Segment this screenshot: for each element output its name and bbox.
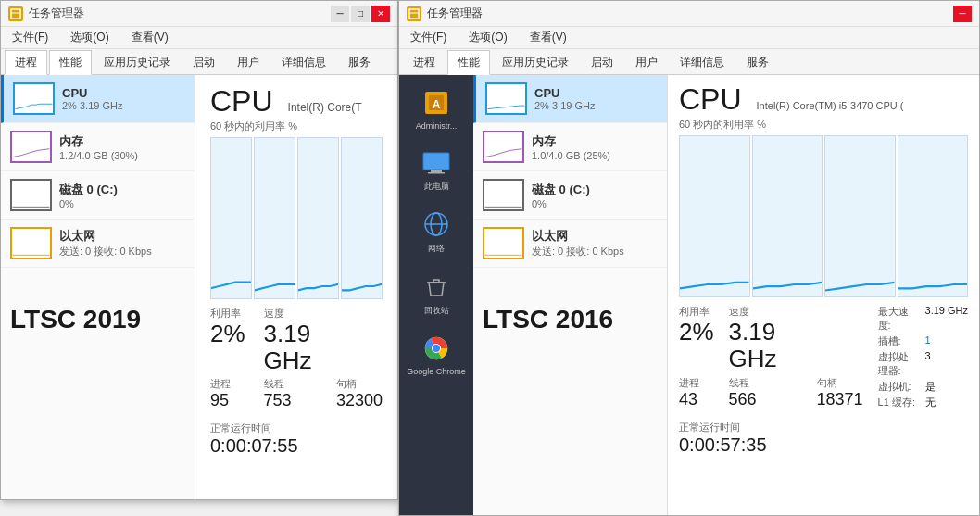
net-thumb-right: [483, 227, 524, 259]
left-cpu-graph-0: [210, 137, 252, 299]
right-main-panel: CPU Intel(R) Core(TM) i5-3470 CPU ( 60 秒…: [668, 75, 979, 515]
right-window-icon: [407, 6, 421, 21]
sidebar-item-mem-left[interactable]: 内存 1.2/4.0 GB (30%): [1, 123, 195, 171]
tab-history-left[interactable]: 应用历史记录: [94, 50, 181, 74]
sidebar-net-title-left: 以太网: [59, 228, 152, 245]
menu-file-right[interactable]: 文件(F): [407, 28, 450, 47]
tab-services-left[interactable]: 服务: [338, 50, 381, 74]
max-speed-value: 3.19 GHz: [925, 305, 968, 333]
minimize-button[interactable]: ─: [331, 6, 349, 22]
sidebar-mem-title-right: 内存: [532, 133, 610, 150]
sidebar-disk-title-right: 磁盘 0 (C:): [532, 182, 590, 198]
left-panel-subtitle: Intel(R) Core(T: [288, 101, 362, 114]
tab-perf-left[interactable]: 性能: [49, 50, 92, 75]
right-window-title: 任务管理器: [427, 6, 948, 21]
vm-label: 虚拟机:: [878, 380, 918, 394]
left-window: 任务管理器 ─ □ ✕ 文件(F) 选项(O) 查看(V) 进程 性能 应用历史…: [0, 0, 398, 500]
tab-process-left[interactable]: 进程: [5, 50, 47, 75]
mem-thumb-left: [10, 131, 52, 163]
menu-options-left[interactable]: 选项(O): [67, 28, 112, 47]
right-title-bar: 任务管理器 ─: [399, 1, 979, 27]
svg-rect-22: [753, 136, 823, 296]
dark-sidebar-network[interactable]: 网络: [399, 200, 473, 262]
menu-view-left[interactable]: 查看(V): [128, 28, 172, 47]
left-proc-value: 95: [210, 391, 245, 410]
svg-rect-4: [298, 138, 338, 298]
svg-rect-5: [342, 138, 382, 298]
ltsc-2019-label: LTSC 2019: [10, 305, 185, 334]
left-thread-label: 线程: [264, 377, 318, 391]
chrome-label: Google Chrome: [407, 367, 466, 376]
svg-rect-21: [680, 136, 749, 296]
menu-file-left[interactable]: 文件(F): [8, 28, 52, 47]
tab-process-right[interactable]: 进程: [403, 50, 446, 74]
tab-users-right[interactable]: 用户: [625, 50, 668, 74]
dark-sidebar-chrome[interactable]: Google Chrome: [399, 324, 473, 384]
close-button[interactable]: ✕: [371, 6, 390, 22]
right-tab-bar: 进程 性能 应用历史记录 启动 用户 详细信息 服务: [399, 49, 979, 75]
svg-rect-24: [898, 136, 968, 296]
tab-startup-left[interactable]: 启动: [182, 50, 225, 74]
dark-sidebar-administrator[interactable]: A Administr...: [399, 79, 473, 138]
sidebar-cpu-title-left: CPU: [62, 86, 122, 100]
dark-sidebar-recycle[interactable]: 回收站: [399, 262, 473, 324]
left-tab-bar: 进程 性能 应用历史记录 启动 用户 详细信息 服务: [1, 49, 397, 75]
sidebar-item-net-left[interactable]: 以太网 发送: 0 接收: 0 Kbps: [1, 220, 195, 268]
sidebar-item-net-right[interactable]: 以太网 发送: 0 接收: 0 Kbps: [473, 220, 667, 268]
right-cpu-graph-1: [752, 135, 823, 297]
maximize-button[interactable]: □: [351, 6, 370, 22]
tab-perf-right[interactable]: 性能: [447, 50, 490, 75]
tab-details-left[interactable]: 详细信息: [271, 50, 336, 74]
left-window-icon: [8, 6, 23, 21]
tab-details-right[interactable]: 详细信息: [670, 50, 735, 74]
disk-thumb-left: [10, 179, 52, 211]
right-panel-title: CPU: [679, 84, 742, 114]
sidebar-item-cpu-left[interactable]: CPU 2% 3.19 GHz: [1, 75, 195, 123]
cpu-thumb-right: [485, 82, 527, 115]
left-speed-value: 3.19 GHz: [264, 321, 318, 373]
vm-value: 是: [925, 380, 968, 394]
sidebar-item-disk-left[interactable]: 磁盘 0 (C:) 0%: [1, 171, 195, 220]
menu-options-right[interactable]: 选项(O): [465, 28, 510, 47]
sidebar-item-cpu-right[interactable]: CPU 2% 3.19 GHz: [473, 75, 667, 123]
right-stats: 利用率 2% 速度 3.19 GHz 进程 43 线程 566: [679, 305, 968, 409]
svg-rect-3: [255, 138, 295, 298]
tab-users-left[interactable]: 用户: [227, 50, 270, 74]
menu-view-right[interactable]: 查看(V): [526, 28, 571, 47]
socket-value: 1: [925, 334, 968, 348]
right-panel-subtitle: Intel(R) Core(TM) i5-3470 CPU (: [757, 100, 904, 111]
left-menu-bar: 文件(F) 选项(O) 查看(V): [1, 27, 397, 49]
max-speed-label: 最大速度:: [878, 305, 918, 333]
left-handle-value: 32300: [336, 391, 383, 410]
left-window-title: 任务管理器: [29, 6, 325, 21]
vproc-value: 3: [925, 350, 968, 378]
ltsc-2016-label: LTSC 2016: [483, 305, 658, 334]
sidebar-disk-subtitle-right: 0%: [532, 198, 590, 209]
tab-services-right[interactable]: 服务: [736, 50, 779, 74]
right-thread-label: 线程: [729, 376, 802, 390]
administrator-icon: A: [420, 86, 453, 120]
right-util-value: 2%: [679, 319, 714, 346]
tab-startup-right[interactable]: 启动: [581, 50, 623, 74]
left-title-bar: 任务管理器 ─ □ ✕: [1, 1, 397, 27]
right-minimize-button[interactable]: ─: [953, 6, 972, 22]
thispc-label: 此电脑: [424, 181, 449, 193]
ltsc-2016-label-area: LTSC 2016: [473, 268, 667, 353]
svg-rect-23: [825, 136, 895, 296]
disk-thumb-right: [483, 179, 524, 211]
left-cpu-graphs: [210, 137, 383, 299]
left-util-value: 2%: [210, 321, 245, 347]
chrome-icon: [420, 332, 453, 365]
dark-sidebar-thispc[interactable]: 此电脑: [399, 138, 473, 200]
socket-label: 插槽:: [878, 334, 918, 348]
sidebar-item-mem-right[interactable]: 内存 1.0/4.0 GB (25%): [473, 123, 667, 171]
recycle-icon: [420, 270, 453, 303]
tab-history-right[interactable]: 应用历史记录: [492, 50, 579, 74]
left-cpu-graph-3: [341, 137, 383, 299]
sidebar-cpu-title-right: CPU: [534, 86, 595, 100]
left-util-label: 利用率: [210, 307, 245, 321]
right-thread-value: 566: [729, 390, 802, 409]
right-menu-bar: 文件(F) 选项(O) 查看(V): [399, 27, 979, 49]
sidebar-disk-title-left: 磁盘 0 (C:): [59, 182, 118, 198]
sidebar-item-disk-right[interactable]: 磁盘 0 (C:) 0%: [473, 171, 667, 220]
